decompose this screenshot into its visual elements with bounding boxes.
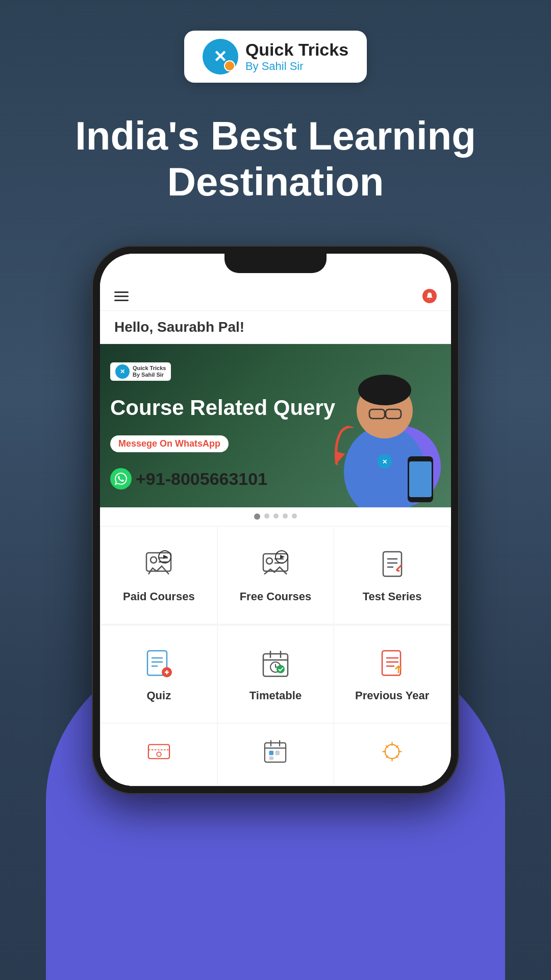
dot-2[interactable] (264, 513, 269, 519)
previous-year-icon (374, 646, 411, 682)
whatsapp-label: Messege On WhatsApp (118, 438, 220, 449)
calendar-partial-icon (260, 736, 291, 767)
app-header (100, 282, 451, 311)
menu-item-previous-year[interactable]: Previous Year (334, 626, 450, 723)
free-courses-label: Free Courses (240, 590, 312, 604)
menu-item-test-series[interactable]: Test Series (334, 527, 450, 624)
svg-point-41 (277, 665, 285, 673)
timetable-icon (257, 646, 294, 682)
menu-grid-partial (100, 724, 451, 786)
svg-rect-9 (409, 461, 432, 497)
menu-item-free-courses[interactable]: Free Courses (218, 527, 334, 624)
svg-text:✕: ✕ (382, 458, 387, 465)
hero-text: India's Best Learning Destination (0, 113, 551, 205)
svg-point-18 (266, 558, 272, 564)
phone-notch (224, 254, 327, 273)
svg-line-28 (396, 570, 399, 571)
menu-grid-row2: Quiz (100, 625, 451, 724)
logo-text: Quick Tricks By Sahil Sir (245, 40, 348, 72)
svg-point-49 (157, 752, 161, 756)
menu-item-partial-2[interactable] (218, 724, 334, 785)
phone-mockup: Hello, Saurabh Pal! ✕ Quick TricksBy Sah… (92, 246, 459, 794)
menu-item-partial-3[interactable] (334, 724, 450, 785)
quiz-label: Quiz (146, 689, 171, 703)
help-icon (377, 736, 408, 767)
test-series-label: Test Series (363, 590, 422, 604)
logo-icon (203, 39, 238, 75)
logo-container: Quick Tricks By Sahil Sir (184, 31, 367, 83)
banner[interactable]: ✕ Quick TricksBy Sahil Sir Course Relate… (100, 344, 451, 526)
menu-item-partial-1[interactable] (101, 724, 217, 785)
dot-1[interactable] (254, 513, 260, 520)
dot-5[interactable] (292, 513, 297, 519)
ticket-icon (143, 736, 174, 767)
free-courses-icon (257, 547, 294, 583)
phone-frame: Hello, Saurabh Pal! ✕ Quick TricksBy Sah… (92, 246, 459, 794)
paid-courses-icon (140, 547, 177, 583)
dot-3[interactable] (273, 513, 279, 519)
test-series-icon (374, 547, 411, 583)
menu-item-timetable[interactable]: Timetable (218, 626, 334, 723)
banner-whatsapp-pill: Messege On WhatsApp (110, 435, 229, 452)
previous-year-label: Previous Year (355, 689, 429, 703)
svg-rect-55 (276, 751, 280, 755)
menu-item-paid-courses[interactable]: Paid Courses (101, 527, 217, 624)
hamburger-menu[interactable] (114, 291, 129, 301)
svg-point-2 (358, 375, 411, 405)
timetable-label: Timetable (249, 689, 302, 703)
notification-icon[interactable] (422, 289, 437, 303)
whatsapp-icon (110, 468, 132, 489)
logo-title: Quick Tricks (245, 40, 348, 59)
phone-screen: Hello, Saurabh Pal! ✕ Quick TricksBy Sah… (100, 254, 451, 786)
logo-subtitle: By Sahil Sir (245, 60, 348, 73)
quiz-icon (140, 646, 177, 682)
svg-line-27 (396, 565, 402, 570)
greeting-text: Hello, Saurabh Pal! (114, 319, 244, 335)
svg-rect-54 (269, 751, 274, 755)
menu-item-quiz[interactable]: Quiz (101, 626, 217, 723)
banner-logo-small: ✕ Quick TricksBy Sahil Sir (110, 362, 171, 381)
svg-rect-23 (383, 552, 402, 576)
menu-grid-row1: Paid Courses (100, 526, 451, 625)
svg-point-12 (151, 557, 157, 563)
greeting-bar: Hello, Saurabh Pal! (100, 311, 451, 344)
paid-courses-label: Paid Courses (123, 590, 195, 604)
svg-rect-42 (382, 651, 400, 675)
banner-dots (100, 507, 451, 526)
banner-phone-number: +91-8005663101 (136, 469, 267, 489)
svg-marker-10 (333, 451, 345, 463)
svg-rect-56 (269, 756, 274, 760)
dot-4[interactable] (283, 513, 288, 519)
